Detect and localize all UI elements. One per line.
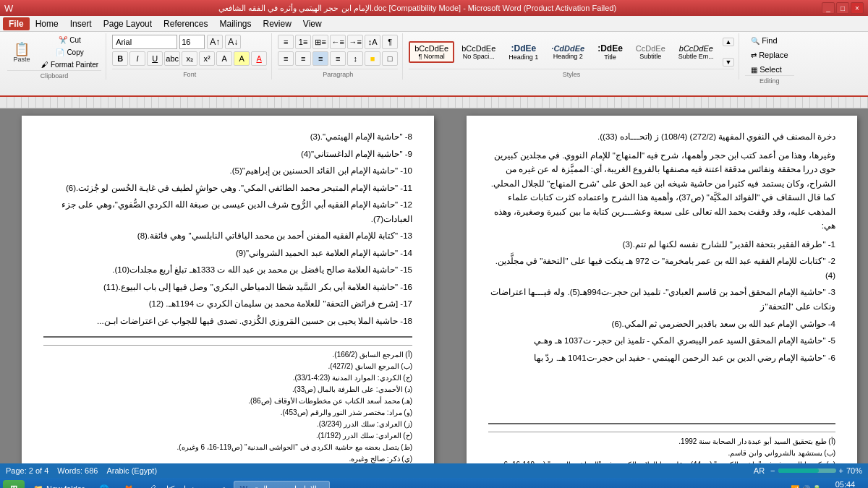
text-effects-button[interactable]: A — [216, 51, 232, 66]
ie-icon: 🌐 — [99, 484, 109, 489]
styles-scroll-down[interactable]: ▼ — [723, 58, 734, 67]
taskbar-folder[interactable]: 📁 New folder — [27, 481, 90, 488]
increase-indent-button[interactable]: →≡ — [347, 35, 363, 49]
show-marks-button[interactable]: ¶ — [382, 35, 398, 49]
folder-icon: 📁 — [33, 484, 43, 489]
style-title[interactable]: :DdEe Title — [592, 40, 629, 64]
fn-8: (ح) العرادي: سلك الدرر (1/192). — [43, 430, 412, 442]
italic-button[interactable]: I — [129, 51, 145, 66]
find-icon: 🔍 — [751, 37, 760, 45]
font-family-input[interactable] — [112, 35, 177, 49]
paste-icon: 📋 — [14, 43, 30, 56]
right-item-5: 5- "حاشية الإمام المحقق السيد عمر اليبصر… — [488, 334, 835, 348]
folder-label: New folder — [46, 484, 85, 488]
align-right-button[interactable]: ≡ — [312, 51, 328, 66]
ruler-marks — [0, 97, 868, 108]
format-painter-button[interactable]: 🖌 Format Painter — [38, 59, 101, 70]
title-bar: W الإمام ابن حجر الهيتمي وأثره في الفقه … — [0, 0, 868, 16]
styles-group-content: bCcDdEe ¶ Normal bCcDdEe No Spaci... :Dd… — [409, 35, 734, 69]
font-size-input[interactable] — [179, 35, 205, 49]
style-subtle-em[interactable]: bCcDdEe Subtle Em... — [673, 41, 720, 63]
language-indicator: Arabic (Egypt) — [106, 466, 157, 475]
left-line-3: 10- "حاشية الإمام ابن القائد الحسنين بن … — [43, 164, 412, 179]
taskbar-firefox[interactable]: 🦊 — [118, 481, 140, 488]
left-line-6: 13- "كتابة للإمام الفقيه المفنن أحمد بن … — [43, 229, 412, 244]
cut-button[interactable]: ✂️ Cut — [38, 35, 101, 46]
paste-button[interactable]: 📋 Paste — [7, 41, 36, 64]
menu-home[interactable]: Home — [30, 17, 64, 30]
menu-insert[interactable]: Insert — [64, 17, 98, 30]
replace-button[interactable]: ⇄ Replace — [748, 49, 791, 61]
status-left: Page: 2 of 4 Words: 686 Arabic (Egypt) — [6, 466, 157, 475]
window-title: الإمام ابن حجر الهيتمي وأثره في الفقه ال… — [13, 4, 822, 13]
clipboard-label: Clipboard — [7, 70, 101, 80]
clock: 05:44 2017/08/02 — [825, 480, 865, 488]
close-button[interactable]: × — [851, 2, 864, 14]
font-group-content: A↑ A↓ B I U abc x₂ x² A A A — [112, 35, 267, 69]
minimize-button[interactable]: _ — [822, 2, 835, 14]
network-icon: 📶 — [791, 485, 799, 489]
underline-button[interactable]: U — [147, 51, 163, 66]
style-heading1[interactable]: :DdEe Heading 1 — [503, 40, 544, 64]
taskbar-ie[interactable]: 🌐 — [93, 481, 115, 488]
editing-group-content: 🔍 Find ⇄ Replace ▦ Select — [748, 35, 791, 75]
menu-page-layout[interactable]: Page Layout — [98, 17, 158, 30]
font-color-button[interactable]: A — [251, 51, 267, 66]
left-page-content: 8- "حاشية الإمام الهيتمي".(3) 9- "حاشية … — [43, 130, 412, 329]
style-no-spacing[interactable]: bCcDdEe No Spaci... — [456, 41, 501, 63]
highlight-button[interactable]: A — [234, 51, 250, 66]
bullets-button[interactable]: ≡ — [278, 35, 294, 49]
style-normal[interactable]: bCcDdEe ¶ Normal — [409, 41, 454, 63]
align-left-button[interactable]: ≡ — [278, 51, 294, 66]
grow-font-button[interactable]: A↑ — [207, 35, 223, 49]
taskbar-word[interactable]: W الإمام ابن حجر الهيتم... — [234, 481, 331, 488]
menu-file[interactable]: File — [3, 17, 30, 30]
maximize-button[interactable]: □ — [836, 2, 849, 14]
firefox-icon: 🦊 — [124, 484, 134, 489]
fn-6: (و) مراد: مختصر شذر النور والرقم (ص453). — [43, 407, 412, 419]
paragraph-label: Paragraph — [278, 69, 398, 78]
start-button[interactable]: ⊞ — [3, 480, 25, 488]
borders-button[interactable]: □ — [382, 51, 398, 66]
zoom-in-button[interactable]: + — [839, 466, 843, 475]
left-line-7: 14- "حاشية الإمام العلامة عبد الحميد الش… — [43, 247, 412, 261]
menu-references[interactable]: References — [158, 17, 213, 30]
style-subtitle[interactable]: CcDdEe Subtitle — [630, 41, 671, 63]
strikethrough-button[interactable]: abc — [164, 51, 180, 66]
decrease-indent-button[interactable]: ←≡ — [330, 35, 346, 49]
align-center-button[interactable]: ≡ — [295, 51, 311, 66]
taskbar-design-app[interactable]: 🖊 تصميم صفحات كتاب — [142, 481, 231, 488]
numbering-button[interactable]: 1≡ — [295, 35, 311, 49]
design-label: تصميم صفحات كتاب — [159, 484, 225, 489]
fn-2: (ب) المرجع السابق (427/2). — [43, 361, 412, 372]
window-logo: W — [4, 3, 13, 14]
multilevel-button[interactable]: ⊞≡ — [312, 35, 328, 49]
styles-scroll-up[interactable]: ▲ — [723, 38, 734, 46]
shrink-font-button[interactable]: A↓ — [225, 35, 241, 49]
font-label: Font — [112, 69, 267, 78]
replace-icon: ⇄ — [751, 51, 757, 59]
copy-button[interactable]: 📄 Copy — [38, 47, 101, 58]
format-painter-label: Format Painter — [51, 61, 98, 69]
fn-3: (ج) الكردي: الموارد المدنية (4:23-33/1). — [43, 372, 412, 384]
style-heading2[interactable]: ·CdDdEe Heading 2 — [545, 41, 590, 63]
line-spacing-button[interactable]: ↕ — [347, 51, 363, 66]
superscript-button[interactable]: x² — [199, 51, 215, 66]
window-controls[interactable]: _ □ × — [822, 2, 864, 14]
zoom-slider[interactable] — [778, 468, 836, 473]
find-button[interactable]: 🔍 Find — [748, 35, 780, 46]
bold-button[interactable]: B — [112, 51, 128, 66]
subscript-button[interactable]: x₂ — [182, 51, 197, 66]
shading-button[interactable]: ■ — [365, 51, 380, 66]
select-button[interactable]: ▦ Select — [748, 64, 785, 75]
styles-label: Styles — [409, 69, 734, 78]
zoom-out-button[interactable]: − — [770, 466, 775, 475]
menu-mailings[interactable]: Mailings — [213, 17, 257, 30]
right-panel[interactable]: دخرة المصنف في النفوي المفهية (272/2) (1… — [456, 108, 868, 463]
menu-review[interactable]: Review — [257, 17, 297, 30]
left-panel[interactable]: 8- "حاشية الإمام الهيتمي".(3) 9- "حاشية … — [0, 108, 456, 463]
sort-button[interactable]: ↕A — [365, 35, 380, 49]
justify-button[interactable]: ≡ — [330, 51, 346, 66]
menu-view[interactable]: View — [297, 17, 328, 30]
word-count: Words: 686 — [57, 466, 98, 475]
